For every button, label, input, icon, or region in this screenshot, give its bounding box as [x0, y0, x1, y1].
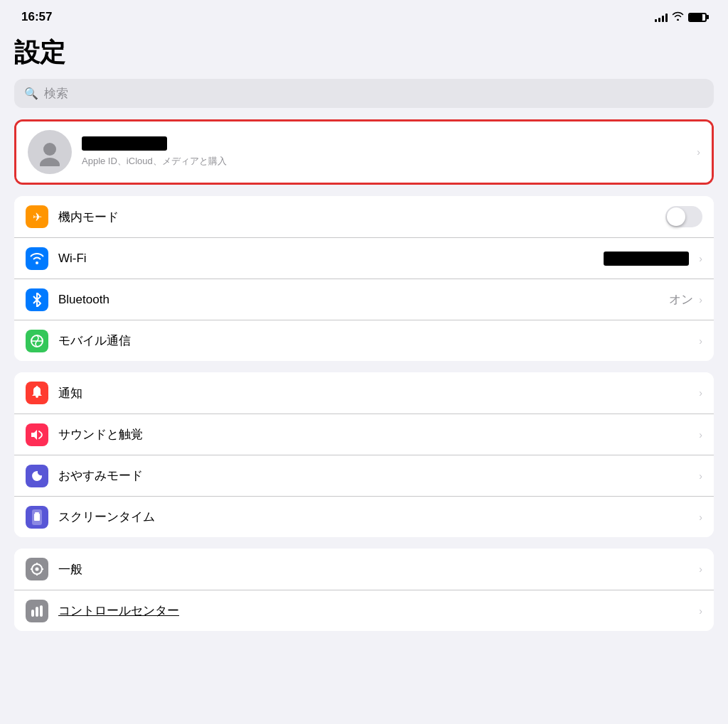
general-label-text: 一般: [58, 561, 696, 578]
screentime-icon: [26, 506, 48, 529]
apple-id-section[interactable]: Apple ID、iCloud、メディアと購入 ›: [14, 119, 714, 185]
battery-icon: [688, 13, 707, 22]
svg-point-1: [40, 158, 60, 166]
wifi-row[interactable]: Wi-Fi ›: [14, 237, 714, 279]
svg-rect-13: [31, 610, 34, 617]
screentime-right: ›: [696, 512, 702, 523]
control-center-label: コントロールセンター: [58, 604, 179, 617]
sound-chevron: ›: [699, 429, 702, 441]
bluetooth-chevron: ›: [699, 294, 702, 306]
dnd-right: ›: [696, 470, 702, 482]
notification-label: 通知: [58, 387, 82, 400]
screentime-chevron: ›: [699, 512, 702, 523]
svg-rect-6: [35, 512, 39, 514]
sound-right: ›: [696, 429, 702, 441]
wifi-status-icon: [672, 11, 684, 23]
control-center-chevron: ›: [699, 605, 702, 617]
mobile-right: ›: [696, 335, 702, 347]
svg-marker-3: [31, 430, 37, 440]
apple-id-subtitle: Apple ID、iCloud、メディアと購入: [82, 155, 694, 168]
control-center-right: ›: [696, 605, 702, 617]
general-icon: [26, 558, 48, 580]
general-label: 一般: [58, 563, 82, 576]
bluetooth-icon: [26, 288, 48, 311]
general-row[interactable]: 一般 ›: [14, 549, 714, 590]
airplane-mode-row[interactable]: ✈ 機内モード: [14, 196, 714, 237]
svg-rect-5: [34, 514, 40, 521]
control-center-row[interactable]: コントロールセンター ›: [14, 590, 714, 631]
svg-rect-14: [36, 607, 38, 617]
wifi-value-redacted: [604, 252, 689, 266]
mobile-icon: [26, 330, 48, 352]
page-title-area: 設定: [0, 30, 728, 79]
wifi-right: ›: [604, 252, 702, 266]
dnd-chevron: ›: [699, 470, 702, 482]
svg-point-8: [36, 568, 39, 571]
notification-chevron: ›: [699, 387, 702, 399]
page-title: 設定: [14, 36, 714, 70]
bluetooth-row[interactable]: Bluetooth オン ›: [14, 279, 714, 320]
general-section: 一般 › コントロールセンター ›: [14, 549, 714, 631]
connectivity-section: ✈ 機内モード Wi-Fi ›: [14, 196, 714, 361]
search-icon: 🔍: [24, 87, 38, 100]
avatar: [28, 130, 72, 174]
control-center-label-text: コントロールセンター: [58, 603, 696, 619]
avatar-icon: [36, 138, 64, 166]
wifi-label-text: Wi-Fi: [58, 252, 604, 266]
mobile-data-row[interactable]: モバイル通信 ›: [14, 320, 714, 361]
search-bar[interactable]: 🔍 検索: [14, 79, 714, 108]
general-right: ›: [696, 563, 702, 575]
dnd-label-text: おやすみモード: [58, 468, 696, 484]
status-icons: [655, 11, 707, 23]
notification-icon: [26, 382, 48, 404]
sound-label: サウンドと触覚: [58, 428, 143, 441]
mobile-label: モバイル通信: [58, 334, 131, 347]
apple-id-name-redacted: [82, 136, 167, 151]
airplane-toggle[interactable]: [665, 206, 702, 227]
status-time: 16:57: [21, 10, 52, 24]
mobile-chevron: ›: [699, 335, 702, 347]
dnd-label: おやすみモード: [58, 469, 143, 482]
status-bar: 16:57: [0, 0, 728, 30]
notification-label-text: 通知: [58, 385, 696, 401]
screentime-row[interactable]: スクリーンタイム ›: [14, 496, 714, 537]
svg-point-0: [43, 143, 56, 156]
wifi-chevron: ›: [699, 253, 702, 264]
airplane-label: 機内モード: [58, 210, 119, 224]
svg-rect-15: [40, 605, 43, 617]
airplane-label-text: 機内モード: [58, 209, 665, 225]
wifi-icon: [26, 247, 48, 270]
search-placeholder: 検索: [44, 85, 68, 102]
toggle-knob: [667, 207, 685, 226]
screentime-label-text: スクリーンタイム: [58, 509, 696, 525]
general-chevron: ›: [699, 563, 702, 575]
apple-id-row[interactable]: Apple ID、iCloud、メディアと購入 ›: [16, 121, 712, 183]
notification-right: ›: [696, 387, 702, 399]
wifi-label: Wi-Fi: [58, 252, 87, 265]
sound-label-text: サウンドと触覚: [58, 426, 696, 443]
airplane-icon: ✈: [26, 205, 48, 228]
notifications-section: 通知 › サウンドと触覚 › おやすみモード ›: [14, 372, 714, 537]
bluetooth-right: オン ›: [669, 291, 702, 308]
sound-row[interactable]: サウンドと触覚 ›: [14, 414, 714, 455]
signal-icon: [655, 12, 668, 22]
bluetooth-value: オン: [669, 291, 693, 308]
dnd-row[interactable]: おやすみモード ›: [14, 455, 714, 496]
sound-icon: [26, 423, 48, 446]
apple-id-chevron: ›: [697, 146, 700, 158]
screentime-label: スクリーンタイム: [58, 510, 155, 524]
control-center-icon: [26, 600, 48, 622]
bluetooth-label-text: Bluetooth: [58, 293, 669, 307]
bluetooth-label: Bluetooth: [58, 293, 109, 306]
notification-row[interactable]: 通知 ›: [14, 372, 714, 414]
mobile-label-text: モバイル通信: [58, 333, 696, 349]
dnd-icon: [26, 465, 48, 487]
apple-id-text: Apple ID、iCloud、メディアと購入: [82, 136, 694, 168]
